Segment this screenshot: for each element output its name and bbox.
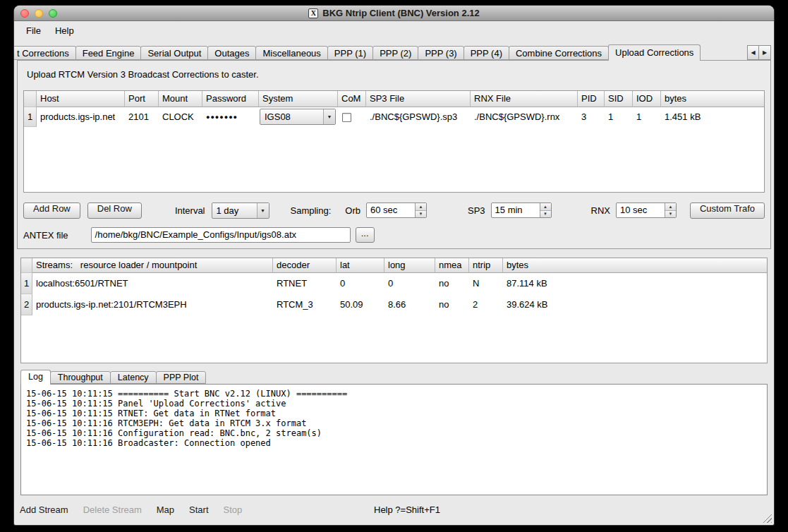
menu-file[interactable]: File: [20, 23, 47, 38]
row-index[interactable]: 2: [21, 294, 32, 315]
upload-table: Host Port Mount Password System CoM SP3 …: [23, 90, 765, 193]
orb-sampling-spinbox[interactable]: 60 sec ▲ ▼: [366, 202, 427, 218]
col-password: Password: [202, 91, 259, 107]
row-index[interactable]: 1: [24, 107, 37, 127]
mount-cell[interactable]: CLOCK: [159, 107, 202, 127]
interval-combobox[interactable]: 1 day ▼: [212, 202, 269, 219]
mountpoint-cell[interactable]: localhost:6501/RTNET: [32, 273, 273, 294]
pane-description: Upload RTCM Version 3 Broadcast Correcti…: [27, 69, 765, 80]
row-index[interactable]: 1: [21, 273, 32, 294]
tab-ppp-4[interactable]: PPP (4): [463, 46, 509, 60]
spin-down-icon[interactable]: ▼: [665, 211, 676, 218]
log-line: 15-06-15 10:11:15 RTNET: Get data in RTN…: [26, 409, 762, 418]
decoder-cell[interactable]: RTCM_3: [273, 294, 337, 315]
sp3-sampling-value: 15 min: [492, 203, 540, 217]
antex-browse-button[interactable]: ...: [356, 227, 375, 243]
log-line: 15-06-15 10:11:16 Configuration read: BN…: [26, 428, 762, 438]
ntrip-cell[interactable]: 2: [469, 294, 503, 315]
col-rnx-file: RNX File: [471, 91, 578, 107]
tab-combine-corrections[interactable]: Combine Corrections: [509, 46, 609, 60]
close-window-button[interactable]: [20, 9, 29, 18]
tab-serial-output[interactable]: Serial Output: [140, 46, 208, 60]
titlebar[interactable]: X BKG Ntrip Client (BNC) Version 2.12: [14, 6, 774, 21]
lat-cell[interactable]: 0: [337, 273, 384, 294]
log-line: 15-06-15 10:11:16 RTCM3EPH: Get data in …: [26, 418, 762, 428]
tab-scroll-right-icon[interactable]: ▶: [759, 45, 771, 60]
iod-cell[interactable]: 1: [633, 107, 661, 127]
custom-trafo-button[interactable]: Custom Trafo: [690, 202, 765, 219]
com-checkbox[interactable]: [342, 113, 351, 122]
spin-up-icon[interactable]: ▲: [540, 203, 551, 211]
traffic-lights: [20, 6, 57, 20]
tab-broadcast-corrections[interactable]: t Corrections: [14, 46, 76, 60]
col-bytes: bytes: [503, 258, 767, 273]
col-host: Host: [37, 91, 125, 107]
stop-button[interactable]: Stop: [224, 504, 243, 515]
tab-ppp-3[interactable]: PPP (3): [418, 46, 463, 60]
spin-buttons: ▲ ▼: [665, 203, 676, 217]
rnx-file-cell[interactable]: ./BNC${GPSWD}.rnx: [471, 107, 578, 127]
add-row-button[interactable]: Add Row: [23, 202, 80, 219]
col-mountpoint: Streams: resource loader / mountpoint: [32, 258, 273, 273]
start-button[interactable]: Start: [189, 504, 208, 515]
spin-up-icon[interactable]: ▲: [416, 203, 426, 211]
sp3-file-cell[interactable]: ./BNC${GPSWD}.sp3: [366, 107, 471, 127]
chevron-down-icon[interactable]: ▼: [257, 203, 269, 218]
long-cell[interactable]: 8.66: [384, 294, 435, 315]
bytes-cell: 39.624 kB: [503, 294, 767, 315]
tab-feed-engine[interactable]: Feed Engine: [75, 46, 142, 60]
tab-scroll-left-icon[interactable]: ◀: [747, 45, 759, 60]
tab-outages[interactable]: Outages: [207, 46, 256, 60]
tab-ppp-plot[interactable]: PPP Plot: [156, 371, 207, 384]
tab-miscellaneous[interactable]: Miscellaneous: [255, 46, 327, 60]
tab-ppp-1[interactable]: PPP (1): [327, 46, 373, 60]
antex-file-input[interactable]: /home/bkg/BNC/Example_Configs/Input/igs0…: [91, 227, 351, 243]
x11-app-icon: X: [308, 8, 318, 18]
col-decoder: decoder: [273, 258, 337, 273]
host-cell[interactable]: products.igs-ip.net: [37, 107, 125, 127]
chevron-down-icon[interactable]: ▼: [323, 109, 335, 124]
menu-help[interactable]: Help: [49, 23, 80, 38]
decoder-cell[interactable]: RTNET: [273, 273, 337, 294]
map-button[interactable]: Map: [157, 504, 174, 515]
interval-combobox-value: 1 day: [212, 203, 257, 218]
del-row-button[interactable]: Del Row: [87, 202, 142, 219]
port-cell[interactable]: 2101: [125, 107, 159, 127]
tab-upload-corrections[interactable]: Upload Corrections: [608, 44, 701, 61]
long-cell[interactable]: 0: [384, 273, 435, 294]
spin-up-icon[interactable]: ▲: [665, 203, 676, 211]
pid-cell[interactable]: 3: [578, 107, 605, 127]
tab-throughput[interactable]: Throughput: [50, 371, 111, 384]
minimize-window-button[interactable]: [35, 9, 43, 18]
ntrip-cell[interactable]: N: [469, 273, 503, 294]
nmea-cell[interactable]: no: [435, 294, 469, 315]
add-stream-button[interactable]: Add Stream: [20, 504, 68, 515]
col-com: CoM: [338, 91, 366, 107]
tab-latency[interactable]: Latency: [110, 371, 157, 384]
col-mount: Mount: [159, 91, 202, 107]
com-cell: [338, 107, 366, 127]
system-combobox-value: IGS08: [260, 109, 323, 124]
spin-down-icon[interactable]: ▼: [416, 211, 426, 218]
tab-ppp-2[interactable]: PPP (2): [372, 46, 418, 60]
col-port: Port: [125, 91, 159, 107]
nmea-cell[interactable]: no: [435, 273, 469, 294]
orb-label: Orb: [345, 205, 360, 216]
log-output[interactable]: 15-06-15 10:11:15 ========== Start BNC v…: [20, 384, 768, 495]
col-system: System: [259, 91, 338, 107]
delete-stream-button[interactable]: Delete Stream: [83, 504, 142, 515]
col-nmea: nmea: [435, 258, 469, 273]
password-cell[interactable]: ●●●●●●●: [202, 107, 259, 127]
sid-cell[interactable]: 1: [605, 107, 633, 127]
bytes-cell: 1.451 kB: [661, 107, 764, 127]
rnx-sampling-spinbox[interactable]: 10 sec ▲ ▼: [616, 202, 677, 218]
mountpoint-cell[interactable]: products.igs-ip.net:2101/RTCM3EPH: [32, 294, 273, 315]
tab-log[interactable]: Log: [20, 370, 51, 385]
col-index: [24, 91, 37, 107]
system-cell: IGS08 ▼: [259, 107, 338, 127]
system-combobox[interactable]: IGS08 ▼: [260, 109, 336, 125]
sp3-sampling-spinbox[interactable]: 15 min ▲ ▼: [491, 202, 552, 218]
zoom-window-button[interactable]: [49, 9, 57, 18]
lat-cell[interactable]: 50.09: [337, 294, 384, 315]
spin-down-icon[interactable]: ▼: [540, 211, 551, 218]
